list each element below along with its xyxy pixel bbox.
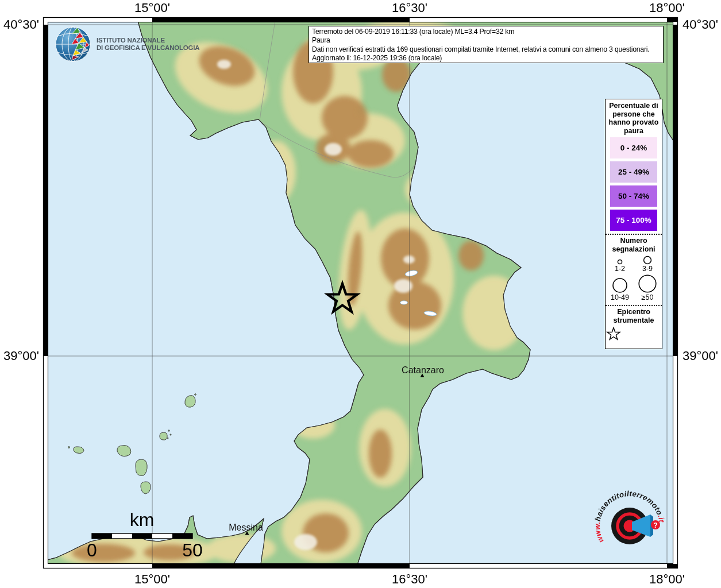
report-size-label: ≥50 <box>642 294 654 301</box>
legend-class-label: 0 - 24% <box>620 144 647 152</box>
question-mark-icon: ? <box>651 520 660 529</box>
legend-class-50-74: 50 - 74% <box>610 185 657 207</box>
legend-epicenter-title: Epicentro strumentale <box>607 308 661 324</box>
city-label: Catanzaro <box>402 365 444 375</box>
svg-text:?: ? <box>653 521 657 529</box>
report-size-3-9: 3-9 <box>634 256 661 274</box>
lon-label-top-18: 18°00' <box>627 1 707 16</box>
report-size-label: 10-49 <box>611 294 629 301</box>
ingv-logo: ISTITUTO NAZIONALE DI GEOFISICA E VULCAN… <box>55 26 199 63</box>
scale-unit-label: km <box>130 509 155 530</box>
event-effect: Paura <box>312 36 660 45</box>
event-title: Terremoto del 06-09-2019 16:11:33 (ora l… <box>312 28 660 36</box>
lon-label-bottom-1630: 16°30' <box>369 572 450 587</box>
report-circle-icon <box>612 277 628 293</box>
ingv-name-line1: ISTITUTO NAZIONALE <box>97 37 199 45</box>
haisentitoilterremoto-logo: www.haisentitoilterremoto.it ? <box>594 490 668 559</box>
report-circle-icon <box>617 259 623 265</box>
report-circle-icon <box>638 274 657 293</box>
lon-label-top-15: 15°00' <box>112 1 192 16</box>
legend-reports-title: Numero segnalazioni <box>607 237 661 253</box>
macroseismic-map-page: km 0 50 Catanzaro Messina <box>0 0 721 588</box>
legend-class-label: 75 - 100% <box>616 216 651 225</box>
legend-divider <box>606 305 662 306</box>
lon-label-bottom-18: 18°00' <box>627 572 707 587</box>
legend-class-75-100: 75 - 100% <box>610 210 657 231</box>
report-size-10-49: 10-49 <box>606 274 634 303</box>
legend-report-circles: 1-2 3-9 10-49 ≥50 <box>606 256 661 303</box>
legend-panel: Percentuale di persone che hanno provato… <box>605 99 662 349</box>
legend-class-label: 50 - 74% <box>618 192 649 200</box>
epicenter-star-legend-icon <box>606 327 622 342</box>
legend-fear-title: Percentuale di persone che hanno provato… <box>607 102 661 135</box>
ingv-globe-icon <box>55 26 91 63</box>
legend-divider <box>606 234 662 235</box>
legend-class-label: 25 - 49% <box>618 168 649 176</box>
event-info-box: Terremoto del 06-09-2019 16:11:33 (ora l… <box>309 26 664 63</box>
legend-class-0-24: 0 - 24% <box>610 137 657 158</box>
report-size-label: 3-9 <box>642 265 653 273</box>
map-canvas: km 0 50 Catanzaro Messina <box>48 22 673 564</box>
report-circle-icon <box>643 256 652 265</box>
scale-end-label: 50 <box>182 540 203 560</box>
legend-class-25-49: 25 - 49% <box>610 161 657 183</box>
report-size-label: 1-2 <box>615 265 625 273</box>
lat-label-right-4030: 40°30' <box>683 17 721 32</box>
lat-label-left-3900: 39°00' <box>0 349 39 363</box>
lon-label-bottom-15: 15°00' <box>112 572 192 587</box>
lon-label-top-1630: 16°30' <box>369 1 450 16</box>
scale-start-label: 0 <box>87 540 97 560</box>
ingv-name-line2: DI GEOFISICA E VULCANOLOGIA <box>97 44 199 52</box>
report-size-1-2: 1-2 <box>606 256 634 274</box>
lat-label-left-4030: 40°30' <box>0 17 39 32</box>
event-updated: Aggiornato il: 16-12-2025 19:36 (ora loc… <box>312 54 660 63</box>
report-size-50plus: ≥50 <box>634 274 661 303</box>
lat-label-right-3900: 39°00' <box>683 349 721 363</box>
city-label: Messina <box>229 523 263 532</box>
event-data-note: Dati non verificati estratti da 169 ques… <box>312 45 660 54</box>
